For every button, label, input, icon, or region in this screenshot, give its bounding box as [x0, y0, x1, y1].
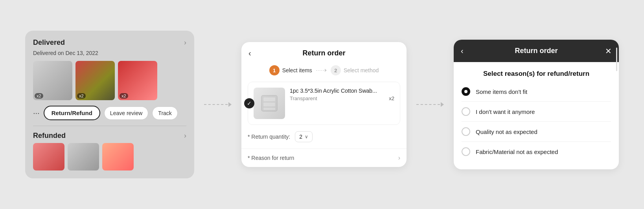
leave-review-button[interactable]: Leave review [104, 106, 149, 120]
step1-number: 1 [273, 68, 276, 73]
dashed-arrow-2 [416, 102, 444, 107]
radio-button-2[interactable] [462, 107, 470, 116]
refunded-image-2 [68, 143, 99, 170]
dashed-arrow-1 [204, 102, 232, 107]
reason-text-3: Quality not as expected [476, 128, 537, 135]
reason-item-2[interactable]: I don't want it anymore [462, 102, 611, 122]
back-button-p2[interactable]: ‹ [248, 49, 251, 58]
dashed-line-1 [204, 104, 228, 105]
img2-qty-label: x2 [77, 93, 86, 99]
scroll-thumb [616, 48, 617, 71]
step2-circle: 2 [331, 65, 341, 75]
return-qty-label: * Return quantity: [248, 134, 290, 140]
check-circle-icon: ✓ [244, 98, 254, 108]
dashed-line-2 [416, 104, 440, 105]
arrow-head-1 [228, 102, 232, 107]
close-button[interactable]: ✕ [605, 46, 612, 56]
product-card: ✓ 1pc 3.5*3.5in Acrylic Cotton Swab... T… [248, 82, 400, 125]
reason-item-1[interactable]: Some items don't fit [462, 82, 611, 102]
delivered-section-header: Delivered › [33, 38, 186, 47]
refunded-section-header: Refunded › [33, 132, 186, 140]
svg-rect-1 [263, 97, 275, 101]
reason-list: Some items don't fit I don't want it any… [454, 82, 619, 169]
img3-qty-label: x2 [120, 93, 128, 99]
delivery-date: Delivered on Dec 13, 2022 [33, 50, 186, 56]
product-image-1: x2 [33, 61, 72, 100]
panel-order-list: Delivered › Delivered on Dec 13, 2022 x2… [25, 31, 194, 178]
product-images-row: x2 x2 x2 [33, 61, 186, 100]
reason-for-return-row[interactable]: * Reason for return › [241, 148, 407, 167]
reason-subtitle: Select reason(s) for refund/return [454, 62, 619, 82]
product-variant-row: Transparent x2 [290, 95, 394, 101]
steps-row: 1 Select items 2 Select method [241, 62, 407, 82]
svg-rect-2 [263, 103, 275, 106]
reason-text-2: I don't want it anymore [476, 108, 535, 115]
step-dash [316, 70, 324, 71]
step1-label: Select items [282, 67, 312, 73]
back-button-p3[interactable]: ‹ [461, 46, 464, 55]
radio-inner-1 [464, 90, 467, 93]
step2-label: Select method [344, 67, 379, 73]
arrow-head-2 [441, 102, 444, 107]
reason-chevron-icon: › [398, 154, 400, 161]
quantity-dropdown[interactable]: 2 ∨ [295, 131, 313, 142]
step1-circle: 1 [269, 65, 280, 75]
reason-label: * Reason for return [248, 155, 294, 161]
arrow-connector-2 [407, 102, 454, 107]
chevron-right-icon[interactable]: › [184, 38, 186, 47]
refunded-section: Refunded › [33, 132, 186, 170]
reason-text-1: Some items don't fit [476, 88, 527, 95]
return-order-title: Return order [302, 49, 345, 57]
refunded-title: Refunded [33, 132, 66, 140]
qty-value: 2 [299, 134, 302, 140]
product-info: 1pc 3.5*3.5in Acrylic Cotton Swab... Tra… [290, 88, 394, 101]
scroll-indicator [616, 40, 617, 169]
chevron-down-icon: ∨ [305, 134, 308, 139]
chevron-right-refunded-icon[interactable]: › [184, 132, 186, 140]
track-button[interactable]: Track [152, 106, 177, 120]
return-order-header: ‹ Return order [241, 42, 407, 62]
select-reason-title: Return order [515, 47, 558, 55]
step2-number: 2 [334, 68, 337, 73]
product-name: 1pc 3.5*3.5in Acrylic Cotton Swab... [290, 88, 394, 94]
refunded-image-3 [102, 143, 134, 170]
product-variant: Transparent [290, 95, 317, 101]
product-image-2: x2 [75, 61, 115, 100]
action-buttons-row: ··· Return/Refund Leave review Track [33, 106, 186, 120]
return-quantity-row: * Return quantity: 2 ∨ [241, 131, 407, 148]
delivered-title: Delivered [33, 38, 65, 47]
reason-item-3[interactable]: Quality not as expected [462, 122, 611, 142]
reason-item-4[interactable]: Fabric/Material not as expected [462, 142, 611, 161]
return-refund-button[interactable]: Return/Refund [44, 106, 100, 120]
product-image-3: x2 [118, 61, 157, 100]
img1-qty-label: x2 [35, 93, 43, 99]
panel-select-reason: ‹ Return order ✕ Select reason(s) for re… [454, 40, 619, 169]
refunded-images-row [33, 143, 186, 170]
step-2: 2 Select method [331, 65, 379, 75]
select-reason-header: ‹ Return order ✕ [454, 40, 619, 62]
svg-rect-3 [263, 108, 275, 110]
section-divider [33, 126, 186, 126]
panel-return-order: ‹ Return order 1 Select items 2 Select m… [241, 42, 407, 167]
step-arrowhead [325, 69, 327, 72]
radio-button-1-selected[interactable] [462, 87, 470, 96]
product-thumbnail [254, 88, 285, 119]
radio-button-3[interactable] [462, 127, 470, 136]
radio-button-4[interactable] [462, 147, 470, 156]
step-arrow [316, 69, 327, 72]
reason-text-4: Fabric/Material not as expected [476, 148, 558, 155]
refunded-image-1 [33, 143, 64, 170]
more-options-icon[interactable]: ··· [33, 108, 40, 117]
product-quantity: x2 [389, 95, 394, 101]
arrow-connector-1 [194, 102, 241, 107]
step-1: 1 Select items [269, 65, 312, 75]
